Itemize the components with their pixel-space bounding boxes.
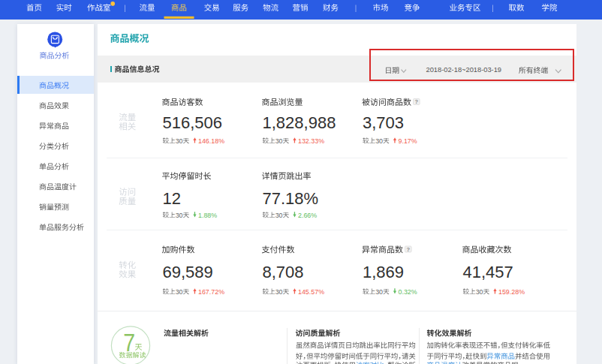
svg-text:132.33%: 132.33% xyxy=(298,137,324,145)
svg-text:30: 30 xyxy=(476,288,483,296)
svg-text:77.18%: 77.18% xyxy=(263,189,319,208)
svg-text:8,708: 8,708 xyxy=(263,263,304,281)
svg-text:69,589: 69,589 xyxy=(163,263,213,281)
svg-text:30: 30 xyxy=(275,137,283,145)
svg-text:2.66%: 2.66% xyxy=(298,212,317,219)
svg-text:30: 30 xyxy=(176,137,183,145)
svg-text:9.17%: 9.17% xyxy=(399,137,417,145)
svg-text:1,869: 1,869 xyxy=(363,263,404,281)
svg-text:30: 30 xyxy=(275,212,283,219)
svg-text:?: ? xyxy=(407,246,411,253)
svg-text:2018-02-18~2018-03-19: 2018-02-18~2018-03-19 xyxy=(426,66,502,74)
svg-text:167.72%: 167.72% xyxy=(198,288,224,296)
svg-text:30: 30 xyxy=(275,288,283,296)
svg-text:516,506: 516,506 xyxy=(163,113,223,132)
svg-text:146.18%: 146.18% xyxy=(198,137,224,145)
svg-text:?: ? xyxy=(415,98,419,105)
svg-text:1,828,988: 1,828,988 xyxy=(263,113,336,132)
svg-text:1.88%: 1.88% xyxy=(198,212,217,219)
svg-text:30: 30 xyxy=(375,288,383,296)
svg-text:159.28%: 159.28% xyxy=(498,288,525,296)
svg-text:0.32%: 0.32% xyxy=(399,288,417,296)
svg-text:12: 12 xyxy=(163,189,181,208)
svg-text:3,703: 3,703 xyxy=(363,113,404,132)
svg-text:41,457: 41,457 xyxy=(463,263,513,281)
svg-text:30: 30 xyxy=(176,288,183,296)
svg-text:145.57%: 145.57% xyxy=(298,288,324,296)
svg-text:30: 30 xyxy=(176,212,183,219)
svg-text:30: 30 xyxy=(375,137,383,145)
